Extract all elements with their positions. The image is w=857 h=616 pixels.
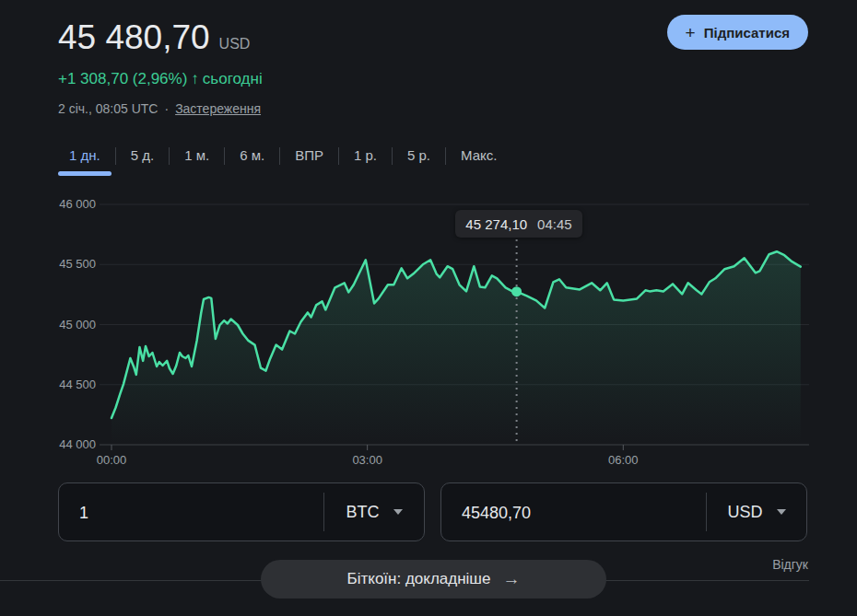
subscribe-label: Підписатися — [704, 25, 790, 41]
y-axis-label: 46 000 — [59, 197, 96, 211]
arrow-right-icon: → — [502, 569, 520, 589]
chevron-down-icon — [393, 509, 403, 515]
x-axis-label: 00:00 — [97, 453, 127, 467]
change-period: сьогодні — [203, 70, 263, 88]
converter-from-unit-label: BTC — [346, 503, 380, 522]
tab-1-year[interactable]: 1 р. — [339, 140, 392, 176]
tab-max[interactable]: Макс. — [446, 140, 511, 176]
converter-to-unit-select[interactable]: USD — [706, 493, 806, 531]
plus-icon: + — [686, 24, 696, 41]
subscribe-button[interactable]: + Підписатися — [667, 15, 808, 50]
x-axis-label: 06:00 — [608, 453, 639, 467]
y-axis-label: 45 000 — [59, 318, 96, 331]
converter-from-box: BTC — [58, 482, 425, 541]
x-axis-label: 03:00 — [352, 453, 382, 467]
chart-plot-area[interactable] — [100, 204, 809, 445]
timestamp: 2 січ., 08:05 UTC — [58, 101, 158, 116]
tab-5-years[interactable]: 5 р. — [393, 140, 445, 176]
chart-tooltip: 45 274,10 04:45 — [455, 210, 582, 238]
y-axis-label: 45 500 — [59, 257, 96, 271]
tab-5-days[interactable]: 5 д. — [116, 140, 169, 176]
feedback-link[interactable]: Відгук — [772, 557, 808, 572]
tooltip-price: 45 274,10 — [465, 216, 527, 232]
arrow-up-icon: ↑ — [191, 70, 199, 88]
price-value: 45 480,70 — [58, 18, 210, 57]
dot-separator: · — [164, 101, 169, 116]
converter-from-unit-select[interactable]: BTC — [323, 493, 424, 531]
tooltip-time: 04:45 — [537, 216, 572, 232]
more-info-button[interactable]: Біткоїн: докладніше → — [261, 560, 606, 599]
chevron-down-icon — [777, 509, 786, 515]
tab-1-day[interactable]: 1 дн. — [54, 140, 115, 176]
converter-to-input[interactable] — [460, 483, 699, 542]
price-change: +1 308,70 (2,96%) — [58, 70, 187, 88]
quote-header: 45 480,70 USD +1 308,70 (2,96%) ↑ сьогод… — [58, 18, 263, 116]
price-currency: USD — [219, 36, 251, 52]
y-axis-label: 44 500 — [59, 378, 96, 391]
converter-from-input[interactable] — [77, 483, 316, 542]
tab-ytd[interactable]: ВПР — [280, 140, 338, 176]
tab-1-month[interactable]: 1 м. — [170, 140, 224, 176]
disclaimer-link[interactable]: Застереження — [175, 101, 261, 116]
more-info-label: Біткоїн: докладніше — [347, 570, 491, 588]
tab-6-months[interactable]: 6 м. — [225, 140, 279, 176]
converter-to-unit-label: USD — [727, 503, 762, 522]
range-tabs: 1 дн. 5 д. 1 м. 6 м. ВПР 1 р. 5 р. Макс. — [54, 140, 511, 176]
converter-to-box: USD — [440, 482, 807, 541]
y-axis-label: 44 000 — [59, 437, 96, 451]
